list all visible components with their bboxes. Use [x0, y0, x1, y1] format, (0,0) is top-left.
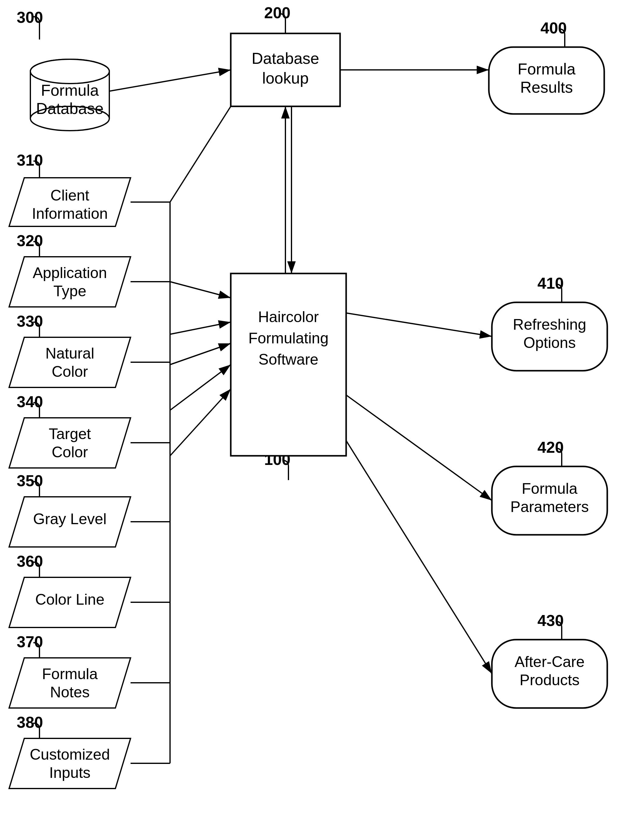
formula-parameters-label1: Formula [521, 480, 578, 497]
label-410: 410 [537, 274, 564, 292]
formula-notes-label1: Formula [42, 666, 98, 683]
application-type-label1: Application [33, 264, 107, 281]
aftercare-label2: Products [520, 672, 579, 689]
refreshing-options-label2: Options [523, 334, 576, 351]
customized-inputs-label2: Inputs [49, 764, 90, 781]
label-200: 200 [264, 4, 291, 22]
aftercare-label1: After-Care [515, 653, 585, 670]
formula-parameters-label2: Parameters [511, 498, 589, 515]
svg-point-8 [31, 59, 109, 83]
client-info-label2: Information [32, 205, 108, 222]
formula-database-label: Formula [41, 81, 99, 99]
formula-results-label2: Results [520, 78, 573, 96]
client-info-label1: Client [51, 187, 89, 204]
database-lookup-label2: lookup [262, 69, 308, 87]
haircolor-label3: Software [258, 351, 318, 368]
application-type-label2: Type [54, 283, 86, 300]
label-420: 420 [537, 438, 564, 456]
formula-notes-label2: Notes [50, 684, 90, 701]
refreshing-options-label1: Refreshing [513, 316, 586, 333]
formula-results-label1: Formula [518, 60, 576, 78]
haircolor-label1: Haircolor [258, 308, 319, 326]
database-lookup-label1: Database [252, 49, 319, 67]
label-400: 400 [540, 19, 567, 37]
haircolor-label2: Formulating [248, 330, 328, 347]
natural-color-label1: Natural [45, 345, 94, 362]
gray-level-label: Gray Level [33, 510, 107, 527]
color-line-label: Color Line [35, 591, 104, 608]
formula-database-label2: Database [36, 100, 104, 117]
natural-color-label2: Color [52, 363, 88, 380]
customized-inputs-label1: Customized [30, 746, 110, 763]
target-color-label2: Color [52, 444, 88, 461]
label-430: 430 [537, 612, 564, 629]
target-color-label1: Target [49, 425, 91, 443]
